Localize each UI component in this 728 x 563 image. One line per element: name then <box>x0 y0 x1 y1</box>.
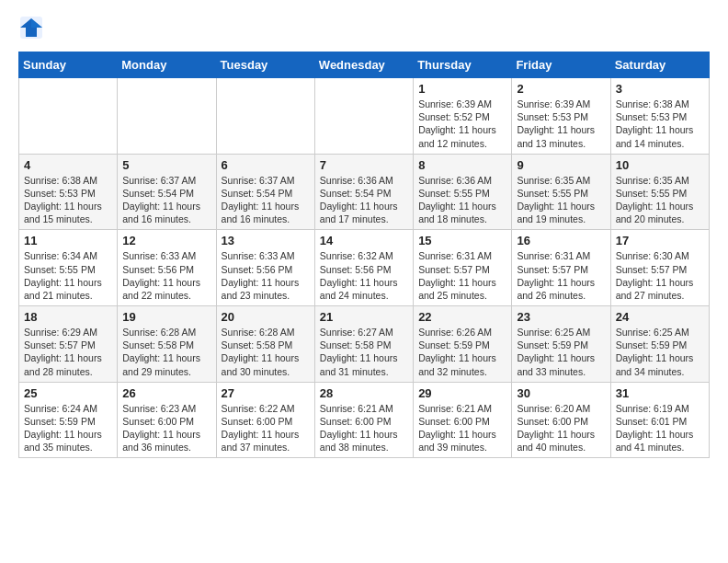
day-info: Sunrise: 6:33 AM Sunset: 5:56 PM Dayligh… <box>222 249 310 302</box>
calendar-cell: 31Sunrise: 6:19 AM Sunset: 6:01 PM Dayli… <box>610 382 709 458</box>
day-number: 14 <box>320 234 408 247</box>
day-number: 7 <box>320 158 408 172</box>
day-number: 16 <box>517 234 605 247</box>
day-info: Sunrise: 6:37 AM Sunset: 5:54 PM Dayligh… <box>122 174 210 226</box>
calendar-cell: 13Sunrise: 6:33 AM Sunset: 5:56 PM Dayli… <box>216 230 314 306</box>
calendar-cell <box>118 78 216 155</box>
calendar-cell: 3Sunrise: 6:38 AM Sunset: 5:53 PM Daylig… <box>610 78 709 155</box>
logo <box>18 15 48 40</box>
calendar-week-1: 4Sunrise: 6:38 AM Sunset: 5:53 PM Daylig… <box>19 154 710 230</box>
day-info: Sunrise: 6:36 AM Sunset: 5:55 PM Dayligh… <box>418 174 506 226</box>
day-info: Sunrise: 6:36 AM Sunset: 5:54 PM Dayligh… <box>320 174 408 226</box>
day-info: Sunrise: 6:28 AM Sunset: 5:58 PM Dayligh… <box>122 326 210 378</box>
day-info: Sunrise: 6:24 AM Sunset: 5:59 PM Dayligh… <box>24 402 112 454</box>
calendar-cell: 10Sunrise: 6:35 AM Sunset: 5:55 PM Dayli… <box>610 154 709 230</box>
calendar-week-4: 25Sunrise: 6:24 AM Sunset: 5:59 PM Dayli… <box>19 382 710 458</box>
day-number: 17 <box>616 234 704 247</box>
calendar-cell: 21Sunrise: 6:27 AM Sunset: 5:58 PM Dayli… <box>314 306 413 383</box>
day-info: Sunrise: 6:25 AM Sunset: 5:59 PM Dayligh… <box>616 326 704 378</box>
calendar-cell: 14Sunrise: 6:32 AM Sunset: 5:56 PM Dayli… <box>314 230 413 306</box>
calendar-header-saturday: Saturday <box>610 52 709 78</box>
calendar-cell: 11Sunrise: 6:34 AM Sunset: 5:55 PM Dayli… <box>19 230 118 306</box>
day-info: Sunrise: 6:22 AM Sunset: 6:00 PM Dayligh… <box>222 402 310 454</box>
day-info: Sunrise: 6:21 AM Sunset: 6:00 PM Dayligh… <box>320 402 408 454</box>
calendar-cell <box>216 78 314 155</box>
logo-icon <box>18 15 44 40</box>
calendar-header-friday: Friday <box>512 52 610 78</box>
calendar-header-tuesday: Tuesday <box>216 52 314 78</box>
calendar-cell: 16Sunrise: 6:31 AM Sunset: 5:57 PM Dayli… <box>512 230 610 306</box>
day-info: Sunrise: 6:19 AM Sunset: 6:01 PM Dayligh… <box>616 402 704 454</box>
calendar-cell <box>314 78 413 155</box>
calendar: SundayMondayTuesdayWednesdayThursdayFrid… <box>18 52 710 458</box>
day-info: Sunrise: 6:39 AM Sunset: 5:52 PM Dayligh… <box>418 98 506 150</box>
day-number: 4 <box>24 158 112 172</box>
day-number: 15 <box>418 234 506 247</box>
calendar-cell: 23Sunrise: 6:25 AM Sunset: 5:59 PM Dayli… <box>512 306 610 383</box>
calendar-cell: 18Sunrise: 6:29 AM Sunset: 5:57 PM Dayli… <box>19 306 118 383</box>
header <box>18 15 710 40</box>
calendar-cell: 4Sunrise: 6:38 AM Sunset: 5:53 PM Daylig… <box>19 154 118 230</box>
day-number: 10 <box>616 158 704 172</box>
calendar-cell: 24Sunrise: 6:25 AM Sunset: 5:59 PM Dayli… <box>610 306 709 383</box>
day-number: 8 <box>418 158 506 172</box>
day-number: 20 <box>222 310 310 324</box>
calendar-header-sunday: Sunday <box>19 52 118 78</box>
day-number: 18 <box>24 310 112 324</box>
day-number: 9 <box>517 158 605 172</box>
calendar-header-thursday: Thursday <box>414 52 512 78</box>
day-number: 2 <box>517 82 605 96</box>
calendar-cell: 1Sunrise: 6:39 AM Sunset: 5:52 PM Daylig… <box>414 78 512 155</box>
day-number: 12 <box>122 234 210 247</box>
day-info: Sunrise: 6:29 AM Sunset: 5:57 PM Dayligh… <box>24 326 112 378</box>
calendar-cell: 20Sunrise: 6:28 AM Sunset: 5:58 PM Dayli… <box>216 306 314 383</box>
calendar-cell: 29Sunrise: 6:21 AM Sunset: 6:00 PM Dayli… <box>414 382 512 458</box>
day-info: Sunrise: 6:35 AM Sunset: 5:55 PM Dayligh… <box>517 174 605 226</box>
day-info: Sunrise: 6:31 AM Sunset: 5:57 PM Dayligh… <box>418 249 506 302</box>
day-number: 25 <box>24 386 112 400</box>
calendar-cell: 25Sunrise: 6:24 AM Sunset: 5:59 PM Dayli… <box>19 382 118 458</box>
calendar-cell: 2Sunrise: 6:39 AM Sunset: 5:53 PM Daylig… <box>512 78 610 155</box>
day-info: Sunrise: 6:31 AM Sunset: 5:57 PM Dayligh… <box>517 249 605 302</box>
day-number: 27 <box>222 386 310 400</box>
calendar-cell: 5Sunrise: 6:37 AM Sunset: 5:54 PM Daylig… <box>118 154 216 230</box>
day-number: 3 <box>616 82 704 96</box>
day-info: Sunrise: 6:32 AM Sunset: 5:56 PM Dayligh… <box>320 249 408 302</box>
day-number: 21 <box>320 310 408 324</box>
day-number: 31 <box>616 386 704 400</box>
calendar-cell <box>19 78 118 155</box>
calendar-header-row: SundayMondayTuesdayWednesdayThursdayFrid… <box>19 52 710 78</box>
calendar-cell: 15Sunrise: 6:31 AM Sunset: 5:57 PM Dayli… <box>414 230 512 306</box>
calendar-cell: 27Sunrise: 6:22 AM Sunset: 6:00 PM Dayli… <box>216 382 314 458</box>
day-number: 23 <box>517 310 605 324</box>
calendar-cell: 19Sunrise: 6:28 AM Sunset: 5:58 PM Dayli… <box>118 306 216 383</box>
day-info: Sunrise: 6:28 AM Sunset: 5:58 PM Dayligh… <box>222 326 310 378</box>
calendar-week-0: 1Sunrise: 6:39 AM Sunset: 5:52 PM Daylig… <box>19 78 710 155</box>
calendar-cell: 6Sunrise: 6:37 AM Sunset: 5:54 PM Daylig… <box>216 154 314 230</box>
calendar-cell: 8Sunrise: 6:36 AM Sunset: 5:55 PM Daylig… <box>414 154 512 230</box>
day-info: Sunrise: 6:33 AM Sunset: 5:56 PM Dayligh… <box>122 249 210 302</box>
day-info: Sunrise: 6:21 AM Sunset: 6:00 PM Dayligh… <box>418 402 506 454</box>
day-info: Sunrise: 6:37 AM Sunset: 5:54 PM Dayligh… <box>222 174 310 226</box>
day-number: 26 <box>122 386 210 400</box>
day-info: Sunrise: 6:35 AM Sunset: 5:55 PM Dayligh… <box>616 174 704 226</box>
calendar-header-monday: Monday <box>118 52 216 78</box>
day-number: 22 <box>418 310 506 324</box>
calendar-cell: 22Sunrise: 6:26 AM Sunset: 5:59 PM Dayli… <box>414 306 512 383</box>
day-number: 24 <box>616 310 704 324</box>
day-info: Sunrise: 6:25 AM Sunset: 5:59 PM Dayligh… <box>517 326 605 378</box>
day-number: 1 <box>418 82 506 96</box>
day-number: 30 <box>517 386 605 400</box>
day-number: 5 <box>122 158 210 172</box>
calendar-cell: 26Sunrise: 6:23 AM Sunset: 6:00 PM Dayli… <box>118 382 216 458</box>
day-number: 28 <box>320 386 408 400</box>
day-info: Sunrise: 6:26 AM Sunset: 5:59 PM Dayligh… <box>418 326 506 378</box>
calendar-week-2: 11Sunrise: 6:34 AM Sunset: 5:55 PM Dayli… <box>19 230 710 306</box>
day-info: Sunrise: 6:38 AM Sunset: 5:53 PM Dayligh… <box>616 98 704 150</box>
day-number: 11 <box>24 234 112 247</box>
day-info: Sunrise: 6:23 AM Sunset: 6:00 PM Dayligh… <box>122 402 210 454</box>
calendar-cell: 9Sunrise: 6:35 AM Sunset: 5:55 PM Daylig… <box>512 154 610 230</box>
day-info: Sunrise: 6:39 AM Sunset: 5:53 PM Dayligh… <box>517 98 605 150</box>
day-number: 6 <box>222 158 310 172</box>
calendar-cell: 12Sunrise: 6:33 AM Sunset: 5:56 PM Dayli… <box>118 230 216 306</box>
